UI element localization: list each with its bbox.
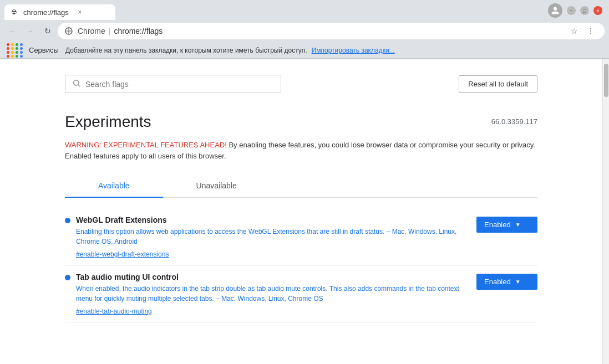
window-controls: − □ × [548, 3, 602, 18]
apps-grid-icon[interactable] [7, 43, 23, 58]
navigation-bar: ← → ↻ Chrome | chrome://flags ☆ ⋮ [0, 20, 609, 42]
browser-tab[interactable]: ☢ chrome://flags × [4, 4, 115, 20]
reset-all-button[interactable]: Reset all to default [459, 75, 537, 93]
warning-box: WARNING: EXPERIMENTAL FEATURES AHEAD! By… [65, 140, 537, 161]
version-text: 66.0.3359.117 [491, 117, 537, 126]
flag-link[interactable]: #enable-tab-audio-muting [76, 307, 152, 315]
browser-menu-button[interactable]: ⋮ [583, 24, 598, 38]
minimize-button[interactable]: − [567, 6, 576, 15]
close-button[interactable]: × [593, 6, 602, 15]
grid-icon [7, 43, 23, 58]
flag-description: Enabling this option allows web applicat… [76, 227, 465, 247]
search-area: Reset all to default [65, 68, 537, 100]
svg-line-2 [78, 85, 80, 86]
title-bar: ☢ chrome://flags × − □ × [0, 0, 609, 20]
flag-description: When enabled, the audio indicators in th… [76, 284, 465, 304]
flag-status-label: Enabled [484, 221, 511, 229]
flags-tabs: Available Unavailable [65, 175, 537, 198]
search-icon [72, 79, 81, 89]
address-actions: ☆ ⋮ [567, 24, 598, 38]
scrollbar[interactable] [602, 59, 609, 364]
profile-button[interactable] [548, 3, 562, 18]
flag-info: Tab audio muting UI control When enabled… [76, 273, 465, 316]
scrollbar-thumb[interactable] [604, 64, 608, 97]
flag-status-button[interactable]: Enabled ▼ [476, 274, 537, 290]
flag-link[interactable]: #enable-webgl-draft-extensions [76, 250, 169, 258]
bookmark-hint-text: Добавляйте на эту панель закладки, к кот… [65, 47, 307, 54]
services-label: Сервисы [29, 46, 59, 54]
address-path: chrome://flags [114, 27, 163, 35]
address-favicon [64, 27, 73, 35]
flag-status-button[interactable]: Enabled ▼ [476, 217, 537, 233]
warning-bold-text: WARNING: EXPERIMENTAL FEATURES AHEAD! [65, 141, 227, 149]
flag-dot [65, 275, 70, 280]
tab-title: chrome://flags [23, 8, 69, 17]
flags-page: Reset all to default Experiments 66.0.33… [52, 59, 551, 332]
flag-name: WebGL Draft Extensions [76, 216, 465, 224]
maximize-button[interactable]: □ [580, 6, 589, 15]
search-input[interactable] [85, 80, 274, 89]
flag-info: WebGL Draft Extensions Enabling this opt… [76, 216, 465, 259]
svg-point-1 [74, 80, 79, 85]
experiments-header: Experiments 66.0.3359.117 [65, 113, 537, 131]
refresh-button[interactable]: ↻ [40, 23, 55, 39]
dropdown-arrow-icon: ▼ [515, 279, 521, 285]
address-bar[interactable]: Chrome | chrome://flags ☆ ⋮ [58, 23, 605, 39]
tab-available[interactable]: Available [65, 175, 163, 198]
page-content: Reset all to default Experiments 66.0.33… [0, 59, 602, 364]
browser-content: Reset all to default Experiments 66.0.33… [0, 59, 609, 364]
tab-favicon: ☢ [11, 8, 19, 16]
import-bookmarks-link[interactable]: Импортировать закладки... [312, 47, 395, 54]
tab-unavailable[interactable]: Unavailable [163, 175, 270, 198]
flag-item: Tab audio muting UI control When enabled… [65, 266, 537, 323]
bookmarks-bar: Сервисы Добавляйте на эту панель закладк… [0, 42, 609, 59]
flags-list: WebGL Draft Extensions Enabling this opt… [65, 209, 537, 323]
flag-control: Enabled ▼ [476, 217, 537, 233]
flag-name: Tab audio muting UI control [76, 273, 465, 281]
bookmark-star-button[interactable]: ☆ [567, 24, 581, 38]
address-text: Chrome | chrome://flags [78, 27, 163, 35]
forward-button[interactable]: → [22, 23, 38, 39]
page-title: Experiments [65, 113, 151, 131]
address-site: Chrome [78, 27, 105, 35]
tab-close-button[interactable]: × [75, 8, 84, 17]
address-divider: | [109, 27, 111, 35]
search-box [65, 75, 281, 93]
dropdown-arrow-icon: ▼ [515, 222, 521, 228]
flag-item: WebGL Draft Extensions Enabling this opt… [65, 209, 537, 266]
flag-status-label: Enabled [484, 278, 511, 286]
flag-control: Enabled ▼ [476, 274, 537, 290]
back-button[interactable]: ← [4, 23, 20, 39]
flag-dot [65, 218, 70, 223]
